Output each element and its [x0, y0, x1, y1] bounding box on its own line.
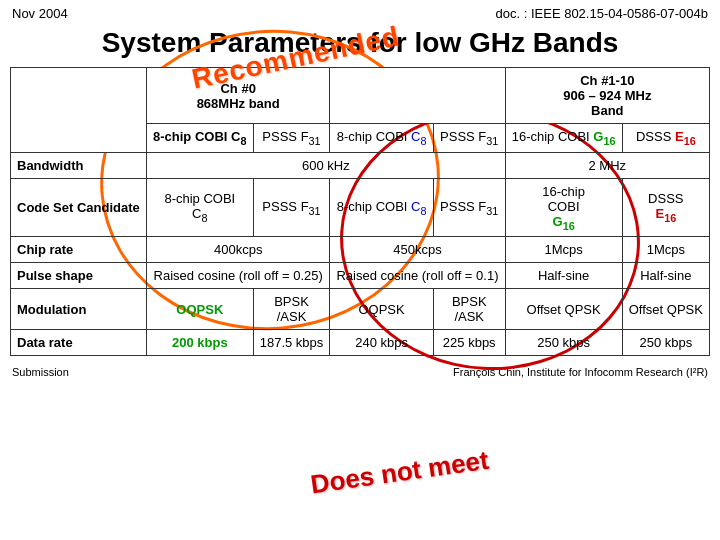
header-bar: Nov 2004 doc. : IEEE 802.15-04-0586-07-0… [0, 0, 720, 23]
chiprate-ch1: 450kcps [330, 237, 505, 263]
codeset-c2: PSSS F31 [253, 178, 330, 237]
chiprate-row: Chip rate 400kcps 450kcps 1Mcps 1Mcps [11, 237, 710, 263]
sub-col-2: PSSS F31 [253, 124, 330, 153]
mod-b2: Offset QPSK [622, 289, 709, 330]
bandwidth-ch1b: 2 MHz [505, 152, 709, 178]
mod-c3: OQPSK [330, 289, 433, 330]
table-container: Ch #0 868MHz band Ch #1-10 906 – 924 MHz… [10, 67, 710, 356]
footer-left: Submission [12, 366, 69, 378]
ch0-repeat-header [330, 68, 505, 124]
modulation-row: Modulation OQPSK BPSK/ASK OQPSK BPSK/ASK… [11, 289, 710, 330]
dr-c4: 225 kbps [433, 330, 505, 356]
sub-col-3: 8-chip COBI C8 [330, 124, 433, 153]
sub-col-6: DSSS E16 [622, 124, 709, 153]
pulseshape-b1: Half-sine [505, 263, 622, 289]
codeset-label: Code Set Candidate [11, 178, 147, 237]
page-title: System Parameters for low GHz Bands [0, 23, 720, 67]
footer-bar: Submission François Chin, Institute for … [0, 360, 720, 384]
pulseshape-ch0: Raised cosine (roll off = 0.25) [147, 263, 330, 289]
codeset-c5: 16-chipCOBIG16 [505, 178, 622, 237]
empty-header [11, 68, 147, 153]
mod-c4: BPSK/ASK [433, 289, 505, 330]
header-right: doc. : IEEE 802.15-04-0586-07-004b [496, 6, 708, 21]
header-left: Nov 2004 [12, 6, 68, 21]
mod-b1: Offset QPSK [505, 289, 622, 330]
codeset-c4: PSSS F31 [433, 178, 505, 237]
params-table: Ch #0 868MHz band Ch #1-10 906 – 924 MHz… [10, 67, 710, 356]
codeset-row: Code Set Candidate 8-chip COBIC8 PSSS F3… [11, 178, 710, 237]
dr-b2: 250 kbps [622, 330, 709, 356]
pulseshape-ch1: Raised cosine (roll off = 0.1) [330, 263, 505, 289]
dr-b1: 250 kbps [505, 330, 622, 356]
dr-c1: 200 kbps [147, 330, 254, 356]
chiprate-ch0: 400kcps [147, 237, 330, 263]
bandwidth-label: Bandwidth [11, 152, 147, 178]
codeset-c1: 8-chip COBIC8 [147, 178, 254, 237]
datarate-row: Data rate 200 kbps 187.5 kbps 240 kbps 2… [11, 330, 710, 356]
ch1-header: Ch #1-10 906 – 924 MHz Band [505, 68, 709, 124]
sub-col-1: 8-chip COBI C8 [147, 124, 254, 153]
dr-c2: 187.5 kbps [253, 330, 330, 356]
bandwidth-row: Bandwidth 600 kHz 2 MHz [11, 152, 710, 178]
chiprate-b1: 1Mcps [505, 237, 622, 263]
ch0-header: Ch #0 868MHz band [147, 68, 330, 124]
datarate-label: Data rate [11, 330, 147, 356]
codeset-c6: DSSSE16 [622, 178, 709, 237]
bandwidth-ch0: 600 kHz [147, 152, 506, 178]
pulseshape-b2: Half-sine [622, 263, 709, 289]
chiprate-b2: 1Mcps [622, 237, 709, 263]
chiprate-label: Chip rate [11, 237, 147, 263]
pulseshape-row: Pulse shape Raised cosine (roll off = 0.… [11, 263, 710, 289]
footer-right: François Chin, Institute for Infocomm Re… [453, 366, 708, 378]
modulation-label: Modulation [11, 289, 147, 330]
stamp-does-not-meet: Does not meet [309, 445, 491, 501]
dr-c3: 240 kbps [330, 330, 433, 356]
pulseshape-label: Pulse shape [11, 263, 147, 289]
codeset-c3: 8-chip COBI C8 [330, 178, 433, 237]
sub-col-4: PSSS F31 [433, 124, 505, 153]
sub-col-5: 16-chip COBI G16 [505, 124, 622, 153]
mod-c1: OQPSK [147, 289, 254, 330]
mod-c2: BPSK/ASK [253, 289, 330, 330]
